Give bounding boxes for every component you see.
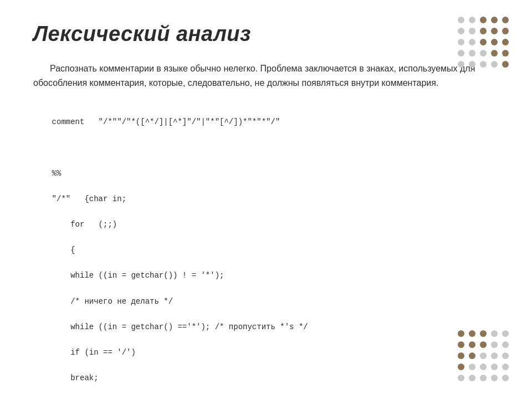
dot (491, 28, 498, 34)
dot (469, 364, 475, 370)
code-line-9: while ((in = getchar() =='*'); /* пропус… (52, 323, 308, 331)
dot (491, 352, 498, 359)
code-line-3: %% (52, 169, 62, 178)
dot (469, 50, 475, 57)
dot (480, 50, 487, 57)
code-line-2 (52, 143, 57, 152)
dot (480, 28, 487, 34)
dots-decoration-top (458, 17, 510, 69)
dot (480, 375, 487, 381)
dot (469, 352, 475, 359)
dot (469, 28, 475, 34)
dot (458, 364, 464, 370)
code-block: comment "/*""/"*([^*/]|[^*]"/"|"*"[^/])*… (33, 103, 499, 399)
dot (458, 50, 464, 57)
dot (458, 330, 464, 337)
dot (480, 330, 487, 337)
code-line-4: "/*" {char in; (52, 195, 126, 203)
dot (491, 39, 498, 45)
description-text: Распознать комментарии в языке обычно не… (33, 62, 499, 90)
dot (502, 39, 509, 45)
dot (458, 375, 464, 381)
code-line-5: for (;;) (52, 220, 117, 229)
dot (458, 352, 464, 359)
dot (502, 341, 509, 348)
dot (491, 375, 498, 381)
dot (458, 61, 464, 68)
code-line-11: break; (52, 374, 99, 382)
dot (469, 39, 475, 45)
code-line-8: /* ничего не делать */ (52, 297, 173, 306)
dot (469, 61, 475, 68)
dot (469, 375, 475, 381)
dot (502, 364, 509, 370)
dot (502, 17, 509, 23)
code-line-6: { (52, 245, 75, 254)
code-line-7: while ((in = getchar()) ! = '*'); (52, 271, 224, 280)
dot (480, 364, 487, 370)
dot (491, 61, 498, 68)
dot (502, 50, 509, 57)
dot (480, 352, 487, 359)
dot (458, 341, 464, 348)
dot (502, 61, 509, 68)
dot (480, 61, 487, 68)
dot (469, 341, 475, 348)
page: Лексический анализ Распознать комментари… (0, 0, 532, 399)
dot (480, 39, 487, 45)
dot (491, 17, 498, 23)
dot (491, 341, 498, 348)
dot (491, 50, 498, 57)
dot (480, 17, 487, 23)
dot (458, 39, 464, 45)
dot (502, 28, 509, 34)
dot (469, 330, 475, 337)
dot (469, 17, 475, 23)
page-title: Лексический анализ (33, 22, 499, 46)
code-line-10: if (in == '/') (52, 348, 136, 357)
code-line-1: comment "/*""/"*([^*/]|[^*]"/"|"*"[^/])*… (52, 117, 280, 126)
dot (502, 352, 509, 359)
dot (491, 364, 498, 370)
dot (502, 330, 509, 337)
dot (502, 375, 509, 381)
dot (480, 341, 487, 348)
dot (458, 28, 464, 34)
dot (458, 17, 464, 23)
dot (491, 330, 498, 337)
dots-decoration-bottom (458, 330, 510, 382)
